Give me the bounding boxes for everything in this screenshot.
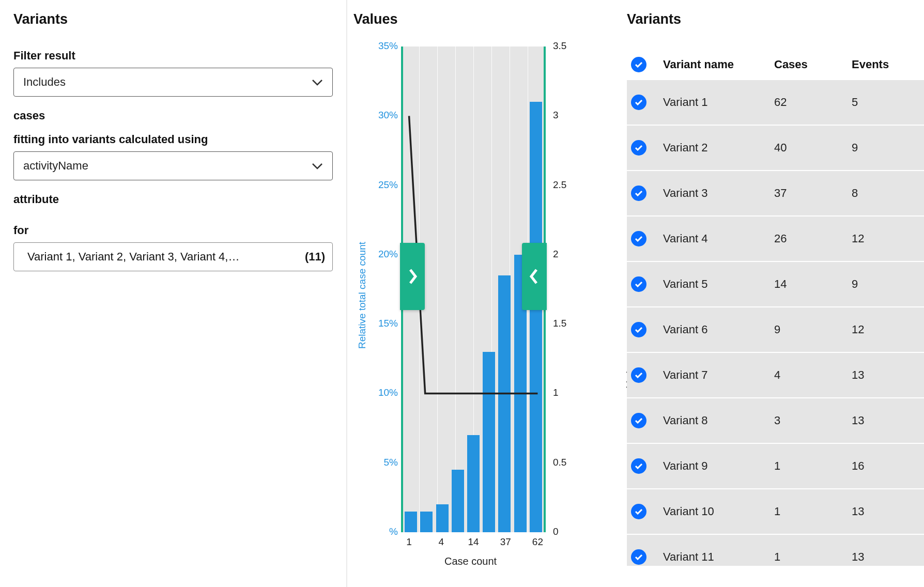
row-checkbox[interactable] xyxy=(631,458,646,474)
row-checkbox[interactable] xyxy=(631,276,646,292)
row-checkbox[interactable] xyxy=(631,504,646,519)
cell-cases: 37 xyxy=(774,187,852,200)
chart-bar[interactable] xyxy=(467,435,480,532)
chevron-down-icon xyxy=(312,75,323,89)
table-row[interactable]: Variant 5 14 9 xyxy=(627,262,924,307)
y-left-tick: 20% xyxy=(367,249,398,260)
cell-events: 5 xyxy=(852,96,924,109)
cell-cases: 3 xyxy=(774,414,852,427)
table-row[interactable]: Variant 8 3 13 xyxy=(627,398,924,444)
chart-bar[interactable] xyxy=(483,352,495,532)
panel-title-variants: Variants xyxy=(13,11,333,27)
values-panel: Values Relative total case count Variant… xyxy=(347,0,611,587)
y-left-tick: 5% xyxy=(367,457,398,468)
table-row[interactable]: Variant 10 1 13 xyxy=(627,489,924,535)
range-handle-left[interactable] xyxy=(400,243,425,310)
cell-cases: 26 xyxy=(774,232,852,245)
chart-bar[interactable] xyxy=(452,470,464,532)
col-header-name[interactable]: Variant name xyxy=(663,58,774,71)
col-header-cases[interactable]: Cases xyxy=(774,58,852,71)
y-right-tick: 3.5 xyxy=(553,40,574,52)
for-label: for xyxy=(13,224,333,237)
table-row[interactable]: Variant 11 1 13 xyxy=(627,535,924,566)
x-tick: 37 xyxy=(495,536,516,548)
filter-panel: Variants Filter result Includes cases fi… xyxy=(0,0,347,587)
cell-cases: 9 xyxy=(774,323,852,336)
for-selection-value: Variant 1, Variant 2, Variant 3, Variant… xyxy=(27,250,239,264)
y-right-tick: 0 xyxy=(553,526,574,537)
y-left-tick: 25% xyxy=(367,179,398,191)
row-checkbox[interactable] xyxy=(631,95,646,110)
cell-variant-name: Variant 2 xyxy=(663,141,774,155)
panel-title-variants-list: Variants xyxy=(627,11,924,27)
y-left-tick: % xyxy=(367,526,398,537)
row-checkbox[interactable] xyxy=(631,186,646,201)
row-checkbox[interactable] xyxy=(631,140,646,156)
chart-bar[interactable] xyxy=(405,512,417,532)
table-row[interactable]: Variant 3 37 8 xyxy=(627,171,924,217)
attribute-select[interactable]: activityName xyxy=(13,151,333,180)
for-selection-box[interactable]: Variant 1, Variant 2, Variant 3, Variant… xyxy=(13,242,333,271)
cell-events: 8 xyxy=(852,187,924,200)
table-row[interactable]: Variant 1 62 5 xyxy=(627,80,924,126)
x-axis-label: Case count xyxy=(444,555,497,567)
cell-cases: 14 xyxy=(774,277,852,291)
x-tick: 4 xyxy=(431,536,452,548)
row-checkbox[interactable] xyxy=(631,413,646,428)
panel-title-values: Values xyxy=(353,11,611,27)
y-right-tick: 3 xyxy=(553,110,574,121)
y-right-tick: 1.5 xyxy=(553,318,574,329)
chart-bar[interactable] xyxy=(530,102,542,532)
cell-variant-name: Variant 9 xyxy=(663,459,774,473)
y-left-tick: 35% xyxy=(367,40,398,52)
cell-cases: 62 xyxy=(774,96,852,109)
range-handle-right[interactable] xyxy=(522,243,547,310)
fitting-label: fitting into variants calculated using xyxy=(13,133,333,146)
row-checkbox[interactable] xyxy=(631,231,646,246)
cell-events: 16 xyxy=(852,459,924,473)
chart-bar[interactable] xyxy=(420,512,433,532)
cell-variant-name: Variant 5 xyxy=(663,277,774,291)
cell-cases: 1 xyxy=(774,505,852,518)
chart-plot-area[interactable] xyxy=(401,47,546,532)
cell-events: 13 xyxy=(852,550,924,564)
for-selection-count: (11) xyxy=(305,250,325,264)
table-row[interactable]: Variant 7 4 13 xyxy=(627,353,924,398)
variant-chart: Relative total case count Variant count … xyxy=(357,47,621,568)
cell-events: 9 xyxy=(852,141,924,155)
table-row[interactable]: Variant 9 1 16 xyxy=(627,444,924,489)
chart-bar[interactable] xyxy=(498,275,511,532)
cell-variant-name: Variant 3 xyxy=(663,187,774,200)
table-row[interactable]: Variant 6 9 12 xyxy=(627,307,924,353)
table-row[interactable]: Variant 4 26 12 xyxy=(627,217,924,262)
filter-result-label: Filter result xyxy=(13,49,333,63)
y-right-tick: 2 xyxy=(553,249,574,260)
cell-variant-name: Variant 4 xyxy=(663,232,774,245)
row-checkbox[interactable] xyxy=(631,322,646,337)
x-tick: 14 xyxy=(463,536,484,548)
x-tick: 1 xyxy=(399,536,420,548)
chart-bar[interactable] xyxy=(436,504,449,532)
cell-variant-name: Variant 10 xyxy=(663,505,774,518)
cell-events: 12 xyxy=(852,323,924,336)
row-checkbox[interactable] xyxy=(631,367,646,383)
col-header-events[interactable]: Events xyxy=(852,58,924,71)
y-left-tick: 30% xyxy=(367,110,398,121)
y-right-tick: 2.5 xyxy=(553,179,574,191)
table-row[interactable]: Variant 2 40 9 xyxy=(627,126,924,171)
row-checkbox[interactable] xyxy=(631,549,646,565)
cell-variant-name: Variant 11 xyxy=(663,550,774,564)
table-header-row: Variant name Cases Events xyxy=(627,49,924,80)
variants-table-panel: Variants Variant name Cases Events Varia… xyxy=(611,0,924,587)
filter-result-select[interactable]: Includes xyxy=(13,68,333,97)
cell-events: 9 xyxy=(852,277,924,291)
filter-result-value: Includes xyxy=(23,75,66,89)
select-all-checkbox[interactable] xyxy=(631,57,646,72)
cell-cases: 1 xyxy=(774,459,852,473)
y-left-tick: 15% xyxy=(367,318,398,329)
y-right-tick: 0.5 xyxy=(553,457,574,468)
cell-events: 12 xyxy=(852,232,924,245)
y-left-axis-label: Relative total case count xyxy=(357,242,368,349)
cell-variant-name: Variant 7 xyxy=(663,368,774,382)
y-right-tick: 1 xyxy=(553,387,574,398)
